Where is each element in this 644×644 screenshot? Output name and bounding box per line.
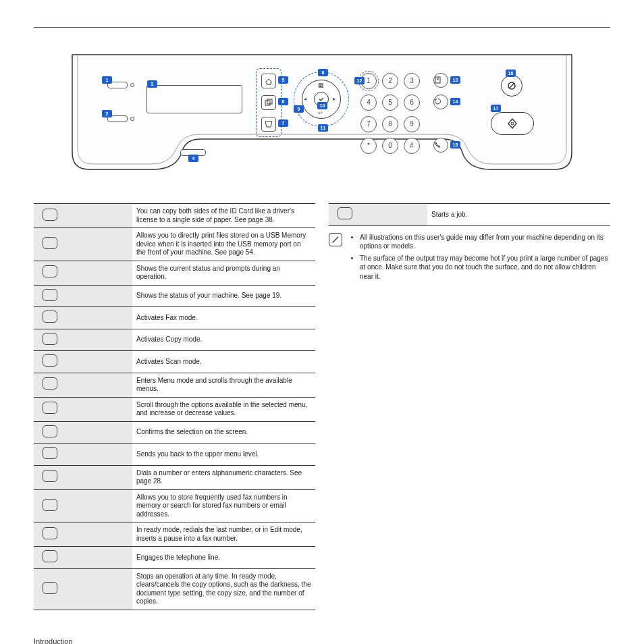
row-label	[66, 568, 132, 610]
row-description: Activates Copy mode.	[132, 329, 315, 351]
left-description-table: You can copy both sides of the ID Card l…	[34, 203, 315, 610]
keypad-9: 9	[404, 116, 420, 132]
keypad-6: 6	[404, 95, 420, 111]
table-row: Allows you to directly print files store…	[34, 228, 315, 261]
callout-7: 7	[278, 119, 288, 127]
chevron-right-icon: ▸	[333, 96, 336, 102]
row-number-shape	[43, 470, 57, 482]
row-number-shape	[43, 447, 57, 459]
keypad-5: 5	[382, 95, 398, 111]
table-row: You can copy both sides of the ID Card l…	[34, 204, 315, 228]
row-description: Allows you to store frequently used fax …	[132, 489, 315, 522]
onhook-button	[433, 138, 448, 153]
callout-4: 4	[188, 155, 198, 162]
keypad-hash: #	[404, 138, 420, 154]
start-icon	[507, 118, 518, 129]
right-description-table: Starts a job.	[329, 203, 610, 226]
row-description: In ready mode, redials the last number, …	[132, 522, 315, 547]
row-description: Sends you back to the upper menu level.	[132, 444, 315, 466]
phone-icon	[434, 141, 441, 149]
callout-17: 17	[491, 105, 501, 112]
row-label	[66, 547, 132, 569]
start-button	[491, 112, 534, 135]
lcd-display	[146, 85, 242, 113]
address-book-icon	[434, 76, 441, 84]
scan-mode-button	[261, 117, 276, 132]
row-number-shape	[43, 425, 57, 437]
stop-button	[501, 75, 522, 97]
row-description: Starts a job.	[427, 204, 610, 226]
callout-9: 9	[294, 105, 304, 113]
row-number-shape	[43, 527, 57, 539]
keypad-3: 3	[404, 73, 420, 89]
row-description: Scroll through the options available in …	[132, 397, 315, 421]
stop-icon	[507, 81, 516, 90]
row-label	[66, 204, 132, 228]
callout-16: 16	[506, 70, 516, 77]
svg-point-7	[511, 122, 514, 125]
table-row: Engages the telephone line.	[34, 547, 315, 569]
callout-14: 14	[450, 98, 460, 105]
table-row: Activates Fax mode.	[34, 307, 315, 329]
row-number-shape	[43, 311, 57, 323]
row-description: Allows you to directly print files store…	[132, 228, 315, 261]
row-number-shape	[43, 582, 57, 594]
row-label	[66, 465, 132, 489]
row-label	[66, 373, 132, 397]
row-number-shape	[43, 333, 57, 345]
row-label	[66, 444, 132, 466]
callout-2: 2	[102, 110, 112, 117]
redial-button	[433, 95, 448, 109]
table-row: Enters Menu mode and scrolls through the…	[34, 373, 315, 397]
table-row: Scroll through the options available in …	[34, 397, 315, 421]
row-number-shape	[43, 237, 57, 249]
table-row: Sends you back to the upper menu level.	[34, 444, 315, 466]
row-description: You can copy both sides of the ID Card l…	[132, 204, 315, 228]
callout-1: 1	[102, 76, 112, 84]
fax-mode-button	[261, 74, 276, 88]
keypad-star: *	[360, 138, 377, 154]
row-description: Dials a number or enters alphanumeric ch…	[132, 465, 315, 489]
row-description: Engages the telephone line.	[132, 547, 315, 569]
row-description: Shows the current status and prompts dur…	[132, 261, 315, 285]
row-label	[66, 421, 132, 444]
fax-icon	[265, 77, 273, 85]
keypad-7: 7	[360, 116, 377, 132]
keypad-4: 4	[360, 95, 377, 111]
row-label	[66, 261, 132, 285]
row-number-shape	[43, 354, 57, 367]
table-row: Starts a job.	[329, 204, 610, 226]
row-label	[66, 351, 132, 373]
header-rule	[34, 27, 610, 28]
redial-icon	[434, 98, 441, 105]
row-number-shape	[43, 209, 57, 221]
callout-10: 10	[317, 102, 327, 109]
row-description: Shows the status of your machine. See pa…	[132, 285, 315, 307]
table-row: Confirms the selection on the screen.	[34, 421, 315, 444]
back-icon: ↩	[318, 110, 323, 116]
row-description: Activates Fax mode.	[132, 307, 315, 329]
row-label	[66, 489, 132, 522]
row-label	[66, 397, 132, 421]
note-block: All illustrations on this user's guide m…	[329, 233, 610, 284]
row-label	[66, 522, 132, 547]
callout-15: 15	[450, 141, 460, 149]
row-description: Stops an operation at any time. In ready…	[132, 568, 315, 610]
callout-3: 3	[147, 80, 157, 88]
note-item: All illustrations on this user's guide m…	[360, 233, 610, 251]
table-row: In ready mode, redials the last number, …	[34, 522, 315, 547]
note-item: The surface of the output tray may becom…	[360, 254, 610, 281]
row-number-shape	[43, 265, 57, 277]
callout-5: 5	[278, 76, 288, 84]
address-book-button	[433, 73, 448, 88]
row-number-shape	[43, 377, 57, 390]
callout-12: 12	[354, 77, 365, 84]
table-row: Dials a number or enters alphanumeric ch…	[34, 465, 315, 489]
footer-section-title: Introduction	[34, 637, 610, 645]
table-row: Shows the status of your machine. See pa…	[34, 285, 315, 307]
copy-mode-button	[261, 95, 276, 110]
callout-13: 13	[450, 76, 460, 84]
row-label	[66, 285, 132, 307]
svg-line-6	[509, 83, 514, 88]
row-number-shape	[43, 289, 57, 301]
